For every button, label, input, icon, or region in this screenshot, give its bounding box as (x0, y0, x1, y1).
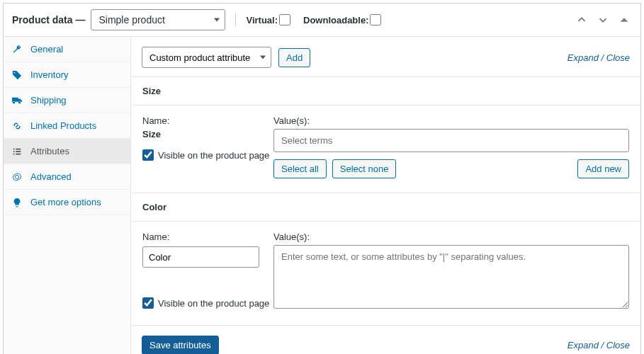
truck-icon (12, 96, 23, 105)
tag-icon (12, 70, 23, 80)
divider (235, 13, 236, 26)
visible-checkbox[interactable] (142, 297, 154, 309)
sidebar-item-label: Shipping (30, 95, 67, 105)
attribute-header[interactable]: Color (131, 193, 640, 222)
product-type-select[interactable]: Simple product (91, 9, 225, 30)
attribute-values-textarea[interactable] (273, 245, 629, 309)
visible-toggle[interactable]: Visible on the product page (142, 149, 273, 161)
sidebar-item-label: Attributes (30, 146, 69, 156)
product-data-tabs: General Inventory Shipping Linked Produc… (4, 37, 131, 354)
attribute-name-input[interactable] (142, 246, 259, 268)
attribute-type-select[interactable]: Custom product attribute (142, 47, 271, 68)
move-up-icon[interactable] (574, 13, 589, 26)
sidebar-item-label: Linked Products (30, 120, 96, 131)
gear-icon (12, 172, 23, 182)
sidebar-item-attributes[interactable]: Attributes (4, 139, 130, 164)
downloadable-toggle[interactable]: Downloadable: (303, 14, 381, 25)
wrench-icon (12, 45, 23, 55)
select-all-button[interactable]: Select all (273, 159, 327, 178)
sidebar-item-label: General (30, 44, 63, 55)
expand-close-link[interactable]: Expand / Close (567, 52, 630, 63)
sidebar-item-advanced[interactable]: Advanced (4, 164, 130, 190)
expand-close-link[interactable]: Expand / Close (567, 340, 630, 350)
list-icon (12, 147, 23, 156)
name-label: Name: (142, 232, 273, 242)
attribute-section: Color Name: Visible on the product page … (131, 193, 640, 325)
sidebar-item-general[interactable]: General (4, 37, 130, 62)
select-none-button[interactable]: Select none (332, 159, 397, 178)
visible-checkbox[interactable] (142, 149, 154, 161)
attributes-panel: Custom product attribute Add Expand / Cl… (131, 37, 640, 354)
values-label: Value(s): (273, 115, 629, 126)
collapse-icon[interactable] (616, 13, 632, 26)
downloadable-checkbox[interactable] (370, 14, 381, 25)
lightbulb-icon (12, 198, 23, 207)
virtual-toggle[interactable]: Virtual: (246, 14, 290, 25)
sidebar-item-linked[interactable]: Linked Products (4, 113, 130, 139)
panel-header: Product data — Simple product Virtual: D… (4, 4, 640, 37)
panel-title: Product data — (12, 14, 85, 25)
attribute-header[interactable]: Size (131, 77, 640, 105)
sidebar-item-shipping[interactable]: Shipping (4, 88, 130, 113)
move-down-icon[interactable] (595, 13, 611, 26)
save-attributes-button[interactable]: Save attributes (142, 336, 219, 354)
name-value: Size (142, 129, 273, 139)
add-new-term-button[interactable]: Add new (577, 159, 629, 178)
sidebar-item-inventory[interactable]: Inventory (4, 62, 130, 88)
values-label: Value(s): (273, 232, 629, 242)
virtual-checkbox[interactable] (279, 14, 290, 25)
sidebar-item-more[interactable]: Get more options (4, 190, 130, 215)
sidebar-item-label: Inventory (30, 69, 68, 80)
sidebar-item-label: Get more options (30, 197, 101, 207)
name-label: Name: (142, 115, 273, 126)
product-data-panel: Product data — Simple product Virtual: D… (3, 3, 641, 354)
link-icon (12, 121, 23, 131)
add-attribute-button[interactable]: Add (278, 48, 310, 67)
visible-toggle[interactable]: Visible on the product page (142, 297, 273, 309)
attribute-section: Size Name: Size Visible on the product p… (131, 76, 640, 193)
sidebar-item-label: Advanced (30, 171, 72, 182)
terms-select[interactable]: Select terms (273, 129, 629, 152)
